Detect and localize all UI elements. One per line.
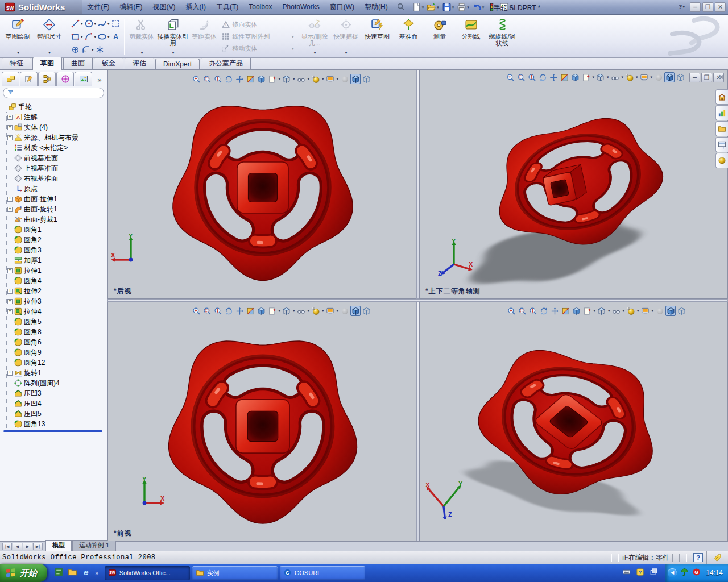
wireframe-icon[interactable] — [361, 306, 371, 316]
tree-item[interactable]: +原点 — [7, 184, 107, 194]
cmd-reference-plane-button[interactable]: 基准面 — [393, 16, 424, 57]
wireframe-icon[interactable] — [675, 72, 685, 82]
standard-views-icon[interactable] — [582, 306, 592, 316]
dropdown-arrow-icon[interactable]: ▾ — [278, 309, 280, 313]
expand-plus-icon[interactable]: + — [7, 135, 13, 140]
pan-icon[interactable] — [548, 72, 559, 82]
tree-item[interactable]: +圆角13 — [7, 419, 107, 429]
restore-button[interactable]: ❐ — [702, 2, 713, 12]
view-palette-icon[interactable] — [715, 137, 728, 152]
tree-item[interactable]: +阵列(圆周)4 — [7, 378, 107, 388]
tree-item[interactable]: +拉伸1 — [7, 265, 107, 276]
expand-plus-icon[interactable]: + — [7, 299, 13, 304]
close-icon[interactable] — [715, 71, 727, 82]
dropdown-arrow-icon[interactable]: ▾ — [437, 5, 439, 10]
zoom-to-fit-icon[interactable] — [506, 306, 516, 316]
ellipse-icon[interactable]: ▾ — [97, 32, 110, 41]
tree-item[interactable]: +圆角2 — [7, 235, 107, 245]
tree-item[interactable]: +曲面-旋转1 — [7, 204, 107, 214]
dropdown-arrow-icon[interactable]: ▾ — [322, 309, 324, 313]
wireframe-icon[interactable] — [676, 306, 686, 316]
save-icon[interactable]: ▾ — [441, 1, 456, 13]
viewport-front[interactable]: ▾▾▾▾▾ *前视 YX — [107, 302, 416, 541]
line-icon[interactable]: ▾ — [70, 19, 84, 28]
taskbar-task-gosurf[interactable]: GGOSURF — [280, 566, 365, 580]
tab-草图[interactable]: 草图 — [32, 57, 62, 70]
shaded-with-edges-icon[interactable] — [350, 306, 361, 316]
zoom-to-fit-icon[interactable] — [505, 72, 515, 82]
tree-item[interactable]: +实体 (4) — [7, 122, 107, 132]
nav-arrow-icon[interactable]: ▶| — [33, 543, 43, 550]
tree-item[interactable]: +曲面-拉伸1 — [7, 194, 107, 204]
cmd-smart-dimension-button[interactable]: 智能尺寸▾ — [34, 16, 65, 57]
restore-button[interactable]: ❐ — [701, 73, 712, 82]
tree-item[interactable]: +圆角6 — [7, 337, 107, 347]
viewport-back[interactable]: ▾▾▾▾▾ *后视 YX — [107, 70, 416, 299]
dropdown-arrow-icon[interactable]: ▾ — [278, 77, 280, 81]
tree-item[interactable]: +上视基准面 — [7, 163, 107, 173]
cmd-rapid-sketch-button[interactable]: 快速草图 — [362, 16, 393, 57]
dropdown-arrow-icon[interactable]: ▾ — [482, 5, 485, 10]
doc-tab-model[interactable]: 模型 — [46, 540, 72, 551]
dropdown-arrow-icon[interactable]: ▾ — [107, 35, 110, 39]
help-badge[interactable]: ? — [693, 553, 703, 562]
circle-icon[interactable]: ▾ — [84, 19, 97, 28]
apply-scene-icon[interactable] — [640, 306, 650, 316]
rectangle-icon[interactable]: ▾ — [70, 32, 84, 41]
tree-item[interactable]: +压凹4 — [7, 398, 107, 409]
menu-item-h[interactable]: 帮助(H) — [359, 0, 393, 14]
dropdown-arrow-icon[interactable]: ▾ — [593, 309, 595, 313]
tree-item[interactable]: +圆角9 — [7, 347, 107, 357]
file-explorer-icon[interactable] — [715, 121, 728, 136]
expand-plus-icon[interactable]: + — [7, 197, 13, 202]
menu-item-e[interactable]: 编辑(E) — [115, 0, 148, 14]
cmd-convert-entities-button[interactable]: 转换实体引用▾ — [158, 16, 189, 57]
tab-dimxpert[interactable]: DimXpert — [155, 59, 200, 69]
dropdown-arrow-icon[interactable]: ▾ — [622, 309, 624, 313]
tree-root[interactable]: +手轮 — [2, 102, 107, 112]
expand-plus-icon[interactable]: + — [7, 268, 13, 273]
selection-box-icon[interactable] — [110, 19, 121, 28]
section-view-icon[interactable] — [245, 74, 255, 84]
dropdown-arrow-icon[interactable]: ▾ — [81, 22, 83, 26]
tree-item[interactable]: +圆角1 — [7, 225, 107, 235]
nav-arrow-icon[interactable]: ◀ — [13, 543, 22, 550]
tree-item[interactable]: +圆角12 — [7, 357, 107, 368]
expand-plus-icon[interactable]: + — [7, 309, 13, 314]
rotate-view-icon[interactable] — [537, 72, 548, 82]
dropdown-arrow-icon[interactable]: ▾ — [592, 75, 594, 80]
dropdown-arrow-icon[interactable]: ▾ — [322, 77, 324, 81]
hide-show-items-icon[interactable] — [296, 306, 306, 316]
tree-item[interactable]: +右视基准面 — [7, 173, 107, 184]
display-style-icon[interactable] — [595, 72, 606, 82]
undo-icon[interactable]: ▾ — [471, 1, 486, 13]
view-orientation-icon[interactable] — [571, 306, 581, 316]
tag-icon[interactable] — [706, 551, 728, 564]
zoom-in-out-icon[interactable] — [528, 306, 538, 316]
tree-item[interactable]: +光源、相机与布景 — [7, 132, 107, 143]
standard-views-icon[interactable] — [581, 72, 591, 82]
dropdown-arrow-icon[interactable]: ▾ — [650, 75, 652, 80]
dropdown-arrow-icon[interactable]: ▾ — [172, 49, 175, 56]
section-view-icon[interactable] — [560, 306, 570, 316]
dropdown-arrow-icon[interactable]: ▾ — [307, 309, 309, 313]
configuration-manager-tab-icon[interactable] — [38, 72, 56, 86]
apply-scene-icon[interactable] — [325, 306, 335, 316]
view-orientation-icon[interactable] — [256, 74, 266, 84]
quick-launch-overflow[interactable]: » — [95, 569, 99, 577]
fm-tabs-overflow[interactable]: » — [97, 76, 105, 86]
display-style-icon[interactable] — [597, 306, 607, 316]
design-library-icon[interactable] — [715, 105, 728, 120]
pan-icon[interactable] — [234, 306, 245, 316]
edit-appearance-icon[interactable] — [311, 74, 321, 84]
shaded-with-edges-icon[interactable] — [665, 306, 676, 316]
sketch-fillet-icon[interactable]: ▾ — [81, 45, 94, 55]
edit-appearance-icon[interactable] — [626, 306, 636, 316]
tree-item[interactable]: +圆角5 — [7, 317, 107, 327]
expand-plus-icon[interactable]: + — [7, 371, 13, 376]
dropdown-arrow-icon[interactable]: ▾ — [293, 309, 295, 313]
menu-item-f[interactable]: 文件(F) — [82, 0, 114, 14]
app-icon[interactable] — [54, 567, 64, 579]
doc-tab-motion-study[interactable]: 运动算例 1 — [72, 540, 116, 551]
tab-特征[interactable]: 特征 — [2, 57, 31, 69]
